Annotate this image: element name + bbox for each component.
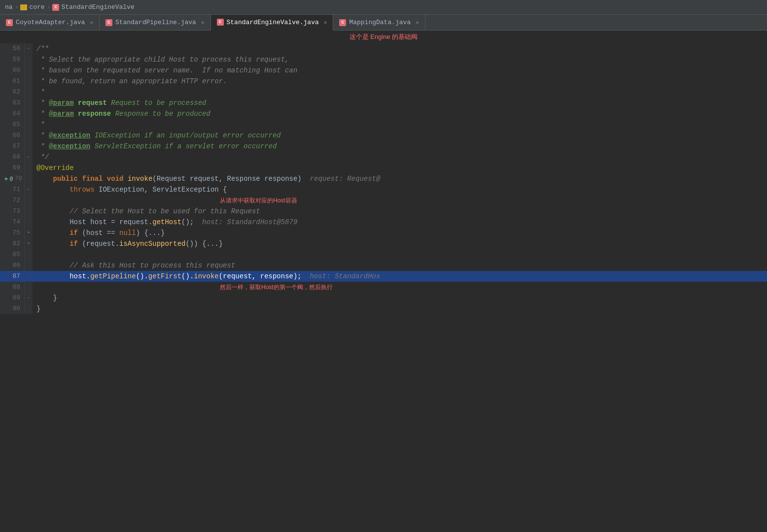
fold-icon[interactable]: +	[27, 231, 30, 235]
line-annotation-87: 然后一样，获取Host的第一个阀，然后执行	[220, 282, 333, 293]
tab-bar: C CoyoteAdapter.java ✕ C StandardPipelin…	[0, 15, 767, 31]
table-row: 82 + if (request.isAsyncSupported()) {..…	[0, 238, 767, 249]
table-row: 60 * based on the requested server name.…	[0, 65, 767, 76]
table-row: ▶ @ 70 public final void invoke(Request …	[0, 173, 767, 184]
folder-icon	[20, 4, 27, 10]
table-row: 67 * @exception ServletException if a se…	[0, 141, 767, 152]
table-row: 62 *	[0, 87, 767, 98]
table-row: 63 * @param request Request to be proces…	[0, 98, 767, 108]
table-row: 73 // Select the Host to be used for thi…	[0, 206, 767, 217]
fold-icon[interactable]: −	[27, 187, 30, 192]
table-row: 74 Host host = request.getHost(); host: …	[0, 217, 767, 228]
fold-icon[interactable]: +	[27, 241, 30, 246]
table-row: 72 从请求中获取对应的Host容器	[0, 195, 767, 206]
table-row: 58 − /**	[0, 43, 767, 54]
editor: 58 − /** 59 * Select the appropriate chi…	[0, 43, 767, 532]
tab-close-button[interactable]: ✕	[324, 19, 327, 26]
table-row: 89 − }	[0, 293, 767, 303]
fold-icon[interactable]: −	[27, 46, 30, 51]
top-annotation-banner: 这个是 Engine 的基础阀	[0, 31, 767, 43]
tab-coyote-adapter[interactable]: C CoyoteAdapter.java ✕	[0, 15, 100, 30]
breadcrumb: na › core › C StandardEngineValve	[5, 3, 135, 11]
java-icon: C	[52, 4, 59, 11]
breadcrumb-core: core	[20, 3, 44, 11]
table-row: 88 然后一样，获取Host的第一个阀，然后执行	[0, 282, 767, 293]
tab-close-button[interactable]: ✕	[416, 19, 419, 26]
java-icon: C	[105, 19, 112, 26]
java-icon: C	[339, 19, 346, 26]
line-annotation-72: 从请求中获取对应的Host容器	[220, 195, 297, 206]
table-row: 86 // Ask this Host to process this requ…	[0, 260, 767, 271]
table-row: 69 @Override	[0, 163, 767, 173]
breadcrumb-na: na	[5, 3, 13, 11]
tab-close-button[interactable]: ✕	[201, 19, 205, 26]
tab-standard-engine-valve[interactable]: C StandardEngineValve.java ✕	[211, 15, 334, 31]
table-row: 61 * be found, return an appropriate HTT…	[0, 76, 767, 87]
fold-icon[interactable]: −	[27, 155, 30, 160]
code-area[interactable]: 58 − /** 59 * Select the appropriate chi…	[0, 43, 767, 532]
table-row: 68 − */	[0, 152, 767, 163]
java-icon: C	[6, 19, 13, 26]
table-row: 90 }	[0, 303, 767, 314]
fold-icon[interactable]: −	[27, 296, 30, 300]
java-icon: C	[217, 19, 224, 26]
debug-at-icon: @	[10, 173, 13, 184]
table-row: 75 + if (host == null) {...}	[0, 228, 767, 238]
table-row: 71 − throws IOException, ServletExceptio…	[0, 184, 767, 195]
table-row: 66 * @exception IOException if an input/…	[0, 130, 767, 141]
table-row: 85	[0, 249, 767, 260]
table-row: 87 host.getPipeline().getFirst().invoke(…	[0, 271, 767, 282]
table-row: 64 * @param response Response to be prod…	[0, 108, 767, 119]
debug-arrow-icon: ▶	[5, 173, 8, 184]
table-row: 65 *	[0, 119, 767, 130]
title-bar: na › core › C StandardEngineValve	[0, 0, 767, 15]
table-row: 59 * Select the appropriate child Host t…	[0, 54, 767, 65]
tab-close-button[interactable]: ✕	[90, 19, 93, 26]
tab-mapping-data[interactable]: C MappingData.java ✕	[333, 15, 425, 30]
code-lines: 58 − /** 59 * Select the appropriate chi…	[0, 43, 767, 314]
tab-standard-pipeline[interactable]: C StandardPipeline.java ✕	[100, 15, 210, 30]
breadcrumb-file: C StandardEngineValve	[52, 3, 134, 11]
